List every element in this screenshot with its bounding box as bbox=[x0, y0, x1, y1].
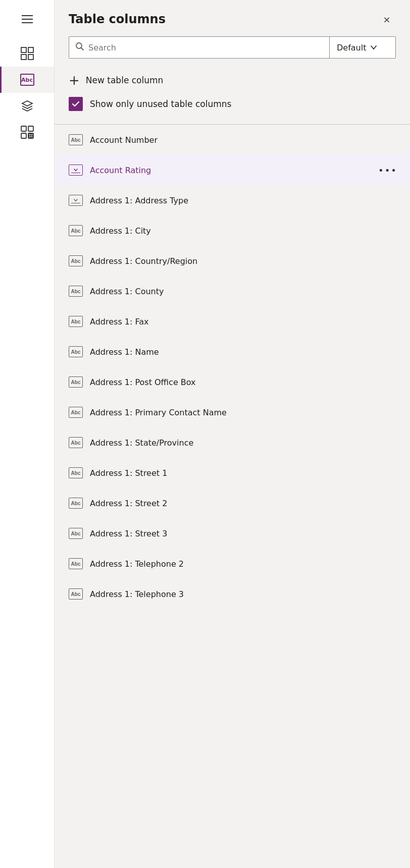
sidebar: Abc bbox=[0, 0, 55, 868]
layers-icon bbox=[20, 99, 34, 113]
abc-field-icon: Abc bbox=[69, 134, 83, 145]
dropdown-field-icon bbox=[69, 195, 83, 206]
column-item[interactable]: AbcAddress 1: Post Office Box bbox=[55, 367, 410, 397]
column-item[interactable]: AbcAddress 1: Primary Contact Name bbox=[55, 397, 410, 427]
abc-field-icon: Abc bbox=[69, 407, 83, 418]
column-name: Address 1: Street 3 bbox=[90, 529, 396, 538]
svg-rect-5 bbox=[28, 126, 33, 131]
column-name: Address 1: Telephone 3 bbox=[90, 589, 396, 599]
table-columns-panel: Table columns × Default bbox=[55, 0, 410, 868]
column-item[interactable]: AbcAddress 1: County bbox=[55, 276, 410, 306]
close-button[interactable]: × bbox=[378, 10, 396, 28]
abc-field-icon: Abc bbox=[69, 255, 83, 266]
components-icon bbox=[20, 125, 34, 139]
column-name: Address 1: Fax bbox=[90, 317, 396, 327]
new-column-label: New table column bbox=[86, 75, 164, 85]
column-name: Address 1: County bbox=[90, 287, 396, 296]
abc-field-icon: Abc bbox=[69, 437, 83, 448]
new-table-column-button[interactable]: + New table column bbox=[69, 69, 396, 92]
show-unused-label: Show only unused table columns bbox=[90, 99, 231, 109]
actions-section: + New table column Show only unused tabl… bbox=[55, 67, 410, 124]
svg-rect-2 bbox=[21, 55, 26, 60]
column-name: Address 1: Street 1 bbox=[90, 468, 396, 478]
svg-rect-6 bbox=[21, 133, 26, 138]
abc-field-icon: Abc bbox=[69, 376, 83, 388]
column-item[interactable]: AbcAddress 1: Name bbox=[55, 337, 410, 367]
column-name: Address 1: Address Type bbox=[90, 196, 396, 205]
column-item[interactable]: Account Rating••• bbox=[55, 155, 410, 185]
hamburger-menu[interactable] bbox=[16, 8, 38, 30]
filter-dropdown[interactable]: Default bbox=[330, 37, 395, 58]
checkbox-icon bbox=[69, 97, 83, 111]
column-name: Account Rating bbox=[90, 166, 380, 175]
column-name: Address 1: City bbox=[90, 226, 396, 236]
column-item[interactable]: AbcAddress 1: State/Province bbox=[55, 427, 410, 458]
abc-field-icon: Abc bbox=[69, 286, 83, 297]
search-input[interactable] bbox=[88, 43, 323, 52]
columns-list: AbcAccount NumberAccount Rating•••Addres… bbox=[55, 125, 410, 868]
abc-sidebar-icon: Abc bbox=[20, 73, 34, 87]
column-name: Address 1: Name bbox=[90, 347, 396, 357]
column-item[interactable]: AbcAddress 1: Country/Region bbox=[55, 246, 410, 276]
column-item[interactable]: AbcAddress 1: Street 3 bbox=[55, 518, 410, 549]
column-name: Address 1: Telephone 2 bbox=[90, 559, 396, 569]
column-name: Address 1: Primary Contact Name bbox=[90, 408, 396, 417]
abc-field-icon: Abc bbox=[69, 498, 83, 509]
svg-rect-1 bbox=[28, 47, 33, 52]
svg-line-12 bbox=[81, 48, 84, 50]
svg-rect-0 bbox=[21, 47, 26, 52]
column-name: Account Number bbox=[90, 135, 396, 145]
column-name: Address 1: Country/Region bbox=[90, 256, 396, 266]
show-unused-checkbox[interactable]: Show only unused table columns bbox=[69, 92, 396, 116]
column-item[interactable]: AbcAddress 1: Fax bbox=[55, 306, 410, 337]
sidebar-item-components[interactable] bbox=[0, 119, 54, 145]
panel-header: Table columns × bbox=[55, 0, 410, 36]
grid-icon bbox=[20, 46, 34, 61]
chevron-down-icon bbox=[370, 44, 377, 51]
abc-field-icon: Abc bbox=[69, 316, 83, 327]
search-container: Default bbox=[69, 36, 396, 59]
abc-field-icon: Abc bbox=[69, 346, 83, 357]
column-name: Address 1: State/Province bbox=[90, 438, 396, 448]
dropdown-label: Default bbox=[337, 43, 366, 52]
svg-rect-3 bbox=[28, 55, 33, 60]
abc-field-icon: Abc bbox=[69, 528, 83, 539]
column-item[interactable]: AbcAddress 1: City bbox=[55, 215, 410, 246]
sidebar-item-text[interactable]: Abc bbox=[0, 67, 54, 93]
column-item[interactable]: AbcAddress 1: Telephone 2 bbox=[55, 549, 410, 579]
svg-rect-4 bbox=[21, 126, 26, 131]
column-item[interactable]: AbcAddress 1: Street 2 bbox=[55, 488, 410, 518]
column-name: Address 1: Street 2 bbox=[90, 499, 396, 508]
abc-field-icon: Abc bbox=[69, 467, 83, 478]
search-row: Default bbox=[55, 36, 410, 67]
column-more-button[interactable]: ••• bbox=[380, 162, 396, 178]
search-icon bbox=[75, 42, 84, 53]
column-item[interactable]: AbcAddress 1: Street 1 bbox=[55, 458, 410, 488]
abc-field-icon: Abc bbox=[69, 558, 83, 569]
column-item[interactable]: Address 1: Address Type bbox=[55, 185, 410, 215]
dropdown-field-icon bbox=[69, 165, 83, 176]
plus-icon: + bbox=[69, 74, 80, 87]
search-input-wrap bbox=[69, 37, 330, 58]
panel-title: Table columns bbox=[69, 12, 166, 26]
abc-field-icon: Abc bbox=[69, 225, 83, 236]
sidebar-item-layers[interactable] bbox=[0, 93, 54, 119]
sidebar-item-grid[interactable] bbox=[0, 40, 54, 67]
column-item[interactable]: AbcAccount Number bbox=[55, 125, 410, 155]
column-item[interactable]: AbcAddress 1: Telephone 3 bbox=[55, 579, 410, 609]
column-name: Address 1: Post Office Box bbox=[90, 377, 396, 387]
abc-field-icon: Abc bbox=[69, 588, 83, 600]
